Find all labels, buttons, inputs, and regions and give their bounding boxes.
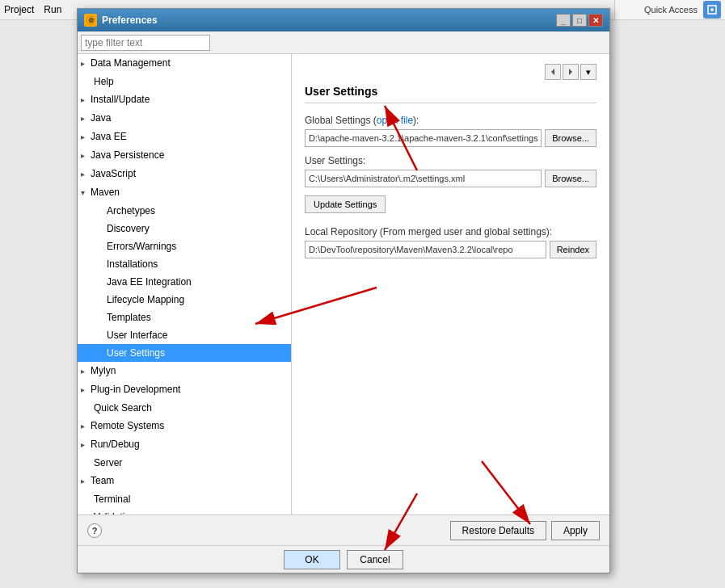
- tree-label: Errors/Warnings: [107, 241, 176, 252]
- maximize-button[interactable]: □: [572, 14, 587, 27]
- tree-item-team[interactable]: ▸ Team: [78, 472, 291, 490]
- tree-item-installations[interactable]: Installations: [78, 255, 291, 273]
- global-settings-row: Browse...: [305, 129, 596, 147]
- tree-item-java-ee[interactable]: ▸ Java EE: [78, 128, 291, 146]
- tree-item-remote-systems[interactable]: ▸ Remote Systems: [78, 417, 291, 435]
- dialog-icon: ⚙: [84, 14, 97, 27]
- tree-label: Lifecycle Mapping: [107, 294, 184, 305]
- tree-panel-container: ▸ Data ManagementHelp▸ Install/Update▸ J…: [78, 54, 292, 514]
- minimize-button[interactable]: _: [556, 14, 571, 27]
- tree-arrow: ▸: [81, 474, 91, 489]
- tree-arrow: ▸: [81, 93, 91, 107]
- tree-item-java-persistence[interactable]: ▸ Java Persistence: [78, 146, 291, 165]
- tree-item-server[interactable]: Server: [78, 454, 291, 472]
- dialog-content: ▸ Data ManagementHelp▸ Install/Update▸ J…: [78, 54, 609, 514]
- svg-text:⚙: ⚙: [88, 17, 94, 24]
- ok-button[interactable]: OK: [284, 550, 340, 569]
- tree-label: Server: [94, 457, 122, 468]
- cancel-button[interactable]: Cancel: [347, 550, 403, 569]
- tree-arrow: ▸: [81, 130, 91, 145]
- tree-label: Mylyn: [91, 365, 116, 376]
- tree-arrow: ▸: [81, 419, 91, 434]
- tree-item-user-interface[interactable]: User Interface: [78, 326, 291, 344]
- tree-label: Help: [94, 76, 114, 87]
- user-settings-input[interactable]: [305, 170, 542, 187]
- tree-item-errors-warnings[interactable]: Errors/Warnings: [78, 237, 291, 255]
- tree-item-plugin-development[interactable]: ▸ Plug-in Development: [78, 380, 291, 399]
- user-browse-button[interactable]: Browse...: [545, 170, 596, 187]
- action-buttons: Restore Defaults Apply: [450, 521, 600, 540]
- local-repo-label: Local Repository (From merged user and g…: [305, 226, 596, 237]
- quick-access-icon: [703, 1, 721, 19]
- tree-item-help[interactable]: Help: [78, 73, 291, 90]
- tree-item-java[interactable]: ▸ Java: [78, 109, 291, 128]
- tree-label: Installations: [107, 258, 158, 270]
- user-settings-label: User Settings:: [305, 155, 596, 166]
- tree-arrow: ▸: [81, 57, 91, 71]
- tree-label: Java EE: [91, 131, 127, 142]
- restore-defaults-button[interactable]: Restore Defaults: [450, 521, 546, 540]
- menu-project[interactable]: Project: [4, 4, 34, 15]
- tree-item-java-ee-integration[interactable]: Java EE Integration: [78, 273, 291, 291]
- tree-label: Team: [91, 475, 114, 486]
- apply-button[interactable]: Apply: [551, 521, 600, 540]
- tree-label: Plug-in Development: [91, 384, 180, 395]
- update-settings-button[interactable]: Update Settings: [305, 195, 386, 213]
- local-repo-input[interactable]: [305, 241, 546, 258]
- reindex-button[interactable]: Reindex: [550, 241, 596, 258]
- user-settings-row: Browse...: [305, 170, 596, 187]
- dialog-title: Preferences: [102, 15, 556, 26]
- svg-marker-3: [569, 69, 572, 75]
- tree-label: Install/Update: [91, 94, 150, 105]
- menu-run[interactable]: Run: [44, 4, 61, 15]
- help-button[interactable]: ?: [87, 523, 102, 538]
- tree-label: Archetypes: [107, 205, 155, 216]
- tree-item-install-update[interactable]: ▸ Install/Update: [78, 90, 291, 109]
- forward-button[interactable]: [563, 64, 579, 80]
- global-browse-button[interactable]: Browse...: [545, 129, 596, 147]
- tree-item-templates[interactable]: Templates: [78, 309, 291, 326]
- tree-item-lifecycle-mapping[interactable]: Lifecycle Mapping: [78, 291, 291, 309]
- tree-panel: ▸ Data ManagementHelp▸ Install/Update▸ J…: [78, 54, 292, 514]
- tree-label: Terminal: [94, 494, 130, 505]
- tree-item-validation[interactable]: Validation: [78, 508, 291, 514]
- tree-item-discovery[interactable]: Discovery: [78, 220, 291, 237]
- tree-label: Java: [91, 112, 111, 124]
- filter-toolbar: [78, 32, 609, 54]
- tree-label: Data Management: [91, 57, 171, 69]
- tree-item-maven[interactable]: ▾ Maven: [78, 183, 291, 202]
- tree-label: Templates: [107, 312, 151, 323]
- global-settings-input[interactable]: [305, 129, 542, 147]
- tree-label: Java Persistence: [91, 149, 164, 161]
- tree-item-run-debug[interactable]: ▸ Run/Debug: [78, 435, 291, 454]
- tree-item-terminal[interactable]: Terminal: [78, 490, 291, 508]
- dialog-titlebar: ⚙ Preferences _ □ ✕: [78, 9, 609, 32]
- open-file-link[interactable]: open file: [377, 115, 413, 126]
- dropdown-button[interactable]: ▾: [580, 64, 596, 80]
- back-button[interactable]: [545, 64, 561, 80]
- quick-access-label: Quick Access: [644, 5, 698, 15]
- close-button[interactable]: ✕: [588, 14, 603, 27]
- tree-item-user-settings[interactable]: User Settings: [78, 344, 291, 362]
- global-settings-label: Global Settings (open file):: [305, 115, 596, 126]
- tree-arrow: ▸: [81, 149, 91, 163]
- tree-label: Discovery: [107, 223, 150, 234]
- tree-label: Remote Systems: [91, 420, 164, 431]
- tree-arrow: ▸: [81, 383, 91, 397]
- local-repo-row: Reindex: [305, 241, 596, 258]
- tree-arrow: ▸: [81, 364, 91, 379]
- tree-label: User Settings: [107, 347, 165, 359]
- filter-input[interactable]: [81, 35, 210, 51]
- tree-item-data-management[interactable]: ▸ Data Management: [78, 54, 291, 73]
- settings-header: User Settings: [305, 85, 596, 103]
- tree-label: JavaScript: [91, 168, 136, 179]
- tree-label: Maven: [91, 187, 120, 198]
- dialog-bottom-bar: ? Restore Defaults Apply: [78, 514, 609, 545]
- quick-access-bar: Quick Access: [614, 0, 725, 20]
- tree-item-quick-search[interactable]: Quick Search: [78, 399, 291, 417]
- tree-item-archetypes[interactable]: Archetypes: [78, 202, 291, 220]
- tree-item-mylyn[interactable]: ▸ Mylyn: [78, 362, 291, 380]
- tree-item-javascript[interactable]: ▸ JavaScript: [78, 165, 291, 183]
- tree-label: Java EE Integration: [107, 276, 192, 288]
- tree-label: User Interface: [107, 330, 167, 341]
